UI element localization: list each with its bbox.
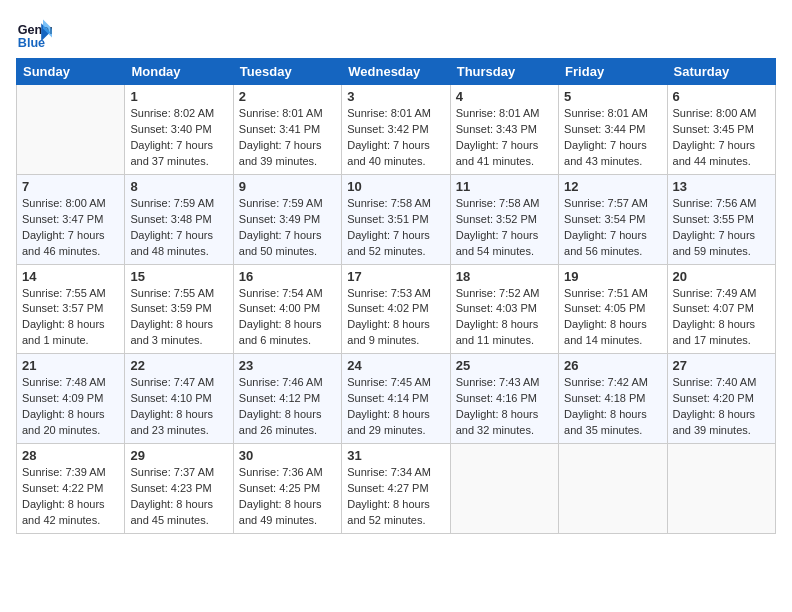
day-number: 9 xyxy=(239,179,336,194)
day-number: 1 xyxy=(130,89,227,104)
svg-text:Blue: Blue xyxy=(18,36,45,50)
day-number: 18 xyxy=(456,269,553,284)
calendar-cell: 15Sunrise: 7:55 AMSunset: 3:59 PMDayligh… xyxy=(125,264,233,354)
day-number: 8 xyxy=(130,179,227,194)
page-header: General Blue xyxy=(16,16,776,52)
calendar-cell: 9Sunrise: 7:59 AMSunset: 3:49 PMDaylight… xyxy=(233,174,341,264)
day-number: 30 xyxy=(239,448,336,463)
weekday-header-wednesday: Wednesday xyxy=(342,59,450,85)
weekday-header-saturday: Saturday xyxy=(667,59,775,85)
day-info: Sunrise: 7:48 AMSunset: 4:09 PMDaylight:… xyxy=(22,375,119,439)
calendar-week-5: 28Sunrise: 7:39 AMSunset: 4:22 PMDayligh… xyxy=(17,444,776,534)
day-info: Sunrise: 7:56 AMSunset: 3:55 PMDaylight:… xyxy=(673,196,770,260)
calendar-cell xyxy=(17,85,125,175)
calendar-cell xyxy=(450,444,558,534)
day-info: Sunrise: 8:01 AMSunset: 3:44 PMDaylight:… xyxy=(564,106,661,170)
day-info: Sunrise: 7:58 AMSunset: 3:52 PMDaylight:… xyxy=(456,196,553,260)
calendar-cell: 22Sunrise: 7:47 AMSunset: 4:10 PMDayligh… xyxy=(125,354,233,444)
calendar-cell xyxy=(559,444,667,534)
day-info: Sunrise: 7:34 AMSunset: 4:27 PMDaylight:… xyxy=(347,465,444,529)
calendar-cell: 14Sunrise: 7:55 AMSunset: 3:57 PMDayligh… xyxy=(17,264,125,354)
calendar-cell: 17Sunrise: 7:53 AMSunset: 4:02 PMDayligh… xyxy=(342,264,450,354)
calendar-cell xyxy=(667,444,775,534)
calendar-cell: 7Sunrise: 8:00 AMSunset: 3:47 PMDaylight… xyxy=(17,174,125,264)
day-number: 7 xyxy=(22,179,119,194)
calendar-cell: 30Sunrise: 7:36 AMSunset: 4:25 PMDayligh… xyxy=(233,444,341,534)
calendar-cell: 4Sunrise: 8:01 AMSunset: 3:43 PMDaylight… xyxy=(450,85,558,175)
calendar-cell: 29Sunrise: 7:37 AMSunset: 4:23 PMDayligh… xyxy=(125,444,233,534)
day-number: 27 xyxy=(673,358,770,373)
calendar-cell: 13Sunrise: 7:56 AMSunset: 3:55 PMDayligh… xyxy=(667,174,775,264)
day-info: Sunrise: 7:36 AMSunset: 4:25 PMDaylight:… xyxy=(239,465,336,529)
calendar-cell: 12Sunrise: 7:57 AMSunset: 3:54 PMDayligh… xyxy=(559,174,667,264)
day-info: Sunrise: 7:59 AMSunset: 3:48 PMDaylight:… xyxy=(130,196,227,260)
calendar-week-4: 21Sunrise: 7:48 AMSunset: 4:09 PMDayligh… xyxy=(17,354,776,444)
day-info: Sunrise: 7:58 AMSunset: 3:51 PMDaylight:… xyxy=(347,196,444,260)
calendar-cell: 28Sunrise: 7:39 AMSunset: 4:22 PMDayligh… xyxy=(17,444,125,534)
day-number: 23 xyxy=(239,358,336,373)
day-number: 28 xyxy=(22,448,119,463)
day-info: Sunrise: 7:57 AMSunset: 3:54 PMDaylight:… xyxy=(564,196,661,260)
day-info: Sunrise: 7:52 AMSunset: 4:03 PMDaylight:… xyxy=(456,286,553,350)
weekday-header-row: SundayMondayTuesdayWednesdayThursdayFrid… xyxy=(17,59,776,85)
day-number: 6 xyxy=(673,89,770,104)
day-info: Sunrise: 8:00 AMSunset: 3:45 PMDaylight:… xyxy=(673,106,770,170)
day-info: Sunrise: 8:01 AMSunset: 3:41 PMDaylight:… xyxy=(239,106,336,170)
day-info: Sunrise: 8:01 AMSunset: 3:43 PMDaylight:… xyxy=(456,106,553,170)
day-info: Sunrise: 7:40 AMSunset: 4:20 PMDaylight:… xyxy=(673,375,770,439)
day-info: Sunrise: 7:54 AMSunset: 4:00 PMDaylight:… xyxy=(239,286,336,350)
day-info: Sunrise: 7:42 AMSunset: 4:18 PMDaylight:… xyxy=(564,375,661,439)
day-number: 16 xyxy=(239,269,336,284)
day-number: 4 xyxy=(456,89,553,104)
logo-icon: General Blue xyxy=(16,16,52,52)
calendar-cell: 16Sunrise: 7:54 AMSunset: 4:00 PMDayligh… xyxy=(233,264,341,354)
weekday-header-monday: Monday xyxy=(125,59,233,85)
calendar-body: 1Sunrise: 8:02 AMSunset: 3:40 PMDaylight… xyxy=(17,85,776,534)
calendar-cell: 8Sunrise: 7:59 AMSunset: 3:48 PMDaylight… xyxy=(125,174,233,264)
weekday-header-friday: Friday xyxy=(559,59,667,85)
calendar-cell: 26Sunrise: 7:42 AMSunset: 4:18 PMDayligh… xyxy=(559,354,667,444)
day-info: Sunrise: 7:45 AMSunset: 4:14 PMDaylight:… xyxy=(347,375,444,439)
day-info: Sunrise: 7:55 AMSunset: 3:59 PMDaylight:… xyxy=(130,286,227,350)
calendar-cell: 10Sunrise: 7:58 AMSunset: 3:51 PMDayligh… xyxy=(342,174,450,264)
day-info: Sunrise: 7:55 AMSunset: 3:57 PMDaylight:… xyxy=(22,286,119,350)
calendar-cell: 3Sunrise: 8:01 AMSunset: 3:42 PMDaylight… xyxy=(342,85,450,175)
day-number: 10 xyxy=(347,179,444,194)
day-number: 22 xyxy=(130,358,227,373)
day-number: 2 xyxy=(239,89,336,104)
calendar-cell: 1Sunrise: 8:02 AMSunset: 3:40 PMDaylight… xyxy=(125,85,233,175)
calendar-cell: 19Sunrise: 7:51 AMSunset: 4:05 PMDayligh… xyxy=(559,264,667,354)
calendar-cell: 27Sunrise: 7:40 AMSunset: 4:20 PMDayligh… xyxy=(667,354,775,444)
day-info: Sunrise: 7:47 AMSunset: 4:10 PMDaylight:… xyxy=(130,375,227,439)
calendar-week-1: 1Sunrise: 8:02 AMSunset: 3:40 PMDaylight… xyxy=(17,85,776,175)
logo: General Blue xyxy=(16,16,56,52)
day-info: Sunrise: 7:53 AMSunset: 4:02 PMDaylight:… xyxy=(347,286,444,350)
calendar-cell: 31Sunrise: 7:34 AMSunset: 4:27 PMDayligh… xyxy=(342,444,450,534)
day-number: 21 xyxy=(22,358,119,373)
day-info: Sunrise: 7:39 AMSunset: 4:22 PMDaylight:… xyxy=(22,465,119,529)
calendar-cell: 6Sunrise: 8:00 AMSunset: 3:45 PMDaylight… xyxy=(667,85,775,175)
calendar-cell: 21Sunrise: 7:48 AMSunset: 4:09 PMDayligh… xyxy=(17,354,125,444)
day-info: Sunrise: 7:46 AMSunset: 4:12 PMDaylight:… xyxy=(239,375,336,439)
day-info: Sunrise: 7:43 AMSunset: 4:16 PMDaylight:… xyxy=(456,375,553,439)
calendar-cell: 20Sunrise: 7:49 AMSunset: 4:07 PMDayligh… xyxy=(667,264,775,354)
calendar-cell: 25Sunrise: 7:43 AMSunset: 4:16 PMDayligh… xyxy=(450,354,558,444)
day-number: 13 xyxy=(673,179,770,194)
day-info: Sunrise: 7:49 AMSunset: 4:07 PMDaylight:… xyxy=(673,286,770,350)
day-number: 20 xyxy=(673,269,770,284)
day-number: 31 xyxy=(347,448,444,463)
calendar-cell: 24Sunrise: 7:45 AMSunset: 4:14 PMDayligh… xyxy=(342,354,450,444)
day-number: 11 xyxy=(456,179,553,194)
calendar-cell: 23Sunrise: 7:46 AMSunset: 4:12 PMDayligh… xyxy=(233,354,341,444)
calendar-week-3: 14Sunrise: 7:55 AMSunset: 3:57 PMDayligh… xyxy=(17,264,776,354)
day-number: 29 xyxy=(130,448,227,463)
weekday-header-sunday: Sunday xyxy=(17,59,125,85)
day-number: 26 xyxy=(564,358,661,373)
day-number: 5 xyxy=(564,89,661,104)
day-info: Sunrise: 7:51 AMSunset: 4:05 PMDaylight:… xyxy=(564,286,661,350)
calendar-table: SundayMondayTuesdayWednesdayThursdayFrid… xyxy=(16,58,776,534)
day-number: 15 xyxy=(130,269,227,284)
day-info: Sunrise: 8:01 AMSunset: 3:42 PMDaylight:… xyxy=(347,106,444,170)
day-number: 14 xyxy=(22,269,119,284)
calendar-cell: 11Sunrise: 7:58 AMSunset: 3:52 PMDayligh… xyxy=(450,174,558,264)
